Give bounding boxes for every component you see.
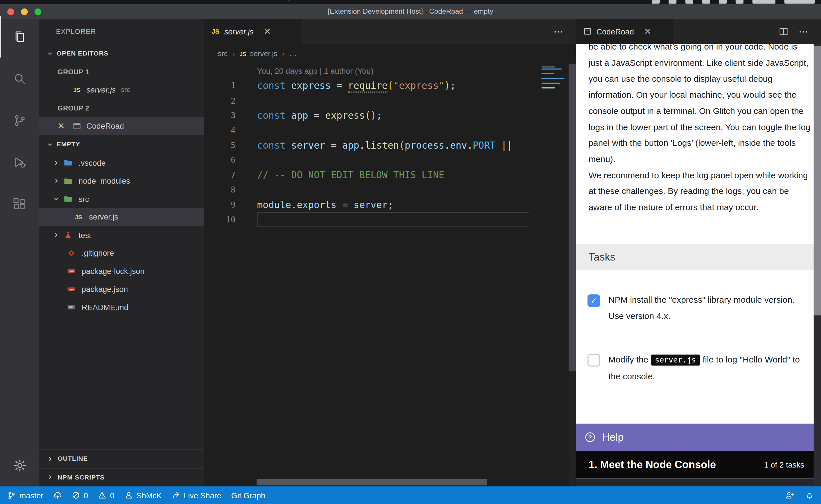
window-titlebar: [Extension Development Host] - CodeRoad … (0, 4, 821, 19)
status-sync[interactable] (53, 491, 62, 499)
status-label: ShMcK (136, 491, 162, 500)
section-outline[interactable]: OUTLINE (39, 449, 204, 468)
activity-source-control-icon[interactable] (0, 99, 39, 141)
tree-item-package-lock-json[interactable]: npmpackage-lock.json (39, 262, 204, 280)
workspace-section-header[interactable]: EMPTY (39, 135, 204, 154)
close-icon[interactable]: ✕ (644, 26, 652, 37)
editor-horizontal-scrollbar[interactable] (257, 479, 487, 485)
menu-edit[interactable]: Edit (60, 0, 84, 2)
status-live-share[interactable]: Live Share (171, 491, 221, 500)
code-line-1[interactable]: 1const express = require("express"); (204, 79, 567, 93)
tree-item--gitignore[interactable]: .gitignore (39, 244, 204, 262)
menu-view[interactable]: View (125, 0, 152, 2)
menu-terminal[interactable]: Terminal (197, 0, 235, 2)
panel-tabbar: CodeRoad ✕ ⋯ (576, 19, 821, 44)
token: exports (297, 199, 336, 210)
line-number: 9 (204, 197, 236, 212)
tree-item-server-js[interactable]: JSserver.js (39, 208, 204, 226)
open-editor-item-coderoad[interactable]: ✕CodeRoad (39, 117, 204, 135)
menu-file[interactable]: File (38, 0, 60, 2)
close-icon[interactable]: ✕ (264, 26, 271, 37)
open-editors-section-header[interactable]: OPEN EDITORS (39, 44, 204, 63)
status-0[interactable]: 0 (98, 491, 115, 500)
tree-item--vscode[interactable]: .vscode (39, 154, 204, 172)
breadcrumb-item[interactable]: src (218, 49, 228, 58)
code-line-2[interactable]: 2 (204, 93, 567, 108)
code-line-9[interactable]: 9module.exports = server; (204, 197, 567, 212)
activity-search-icon[interactable] (0, 58, 39, 99)
menu-help[interactable]: Help (272, 0, 298, 2)
code-editor[interactable]: You, 20 days ago | 1 author (You)1const … (204, 63, 576, 486)
token: PORT (473, 140, 495, 151)
tree-item-src[interactable]: src (39, 190, 204, 208)
code-line-7[interactable]: 7// -- DO NOT EDIT BELOW THIS LINE (204, 168, 567, 183)
tab-coderoad[interactable]: CodeRoad ✕ (576, 19, 673, 44)
webview-icon (583, 27, 591, 36)
status-0[interactable]: 0 (71, 491, 88, 500)
token: = (331, 80, 348, 91)
tab-server-js[interactable]: JS server.js ✕ (204, 19, 302, 44)
status-person-add[interactable] (785, 491, 794, 499)
activity-run-debug-icon[interactable] (0, 141, 39, 183)
task-text-part: server.js (651, 355, 701, 366)
menu-code[interactable]: Code (8, 0, 37, 2)
open-editor-item-server-js[interactable]: JSserver.jssrc (39, 81, 204, 99)
status-bell[interactable] (805, 491, 814, 499)
lesson-footer[interactable]: 1. Meet the Node Console 1 of 2 tasks (576, 451, 814, 478)
line-number (204, 64, 236, 79)
code-line-5[interactable]: 5const server = app.listen(process.env.P… (204, 138, 567, 153)
close-icon[interactable]: ✕ (58, 121, 69, 131)
breadcrumb-separator: › (282, 49, 285, 58)
breadcrumb-item[interactable]: JSserver.js (240, 49, 277, 58)
section-npm-scripts[interactable]: NPM SCRIPTS (39, 468, 204, 486)
more-actions-button[interactable]: ⋯ (798, 25, 808, 37)
help-bar[interactable]: ? Help (576, 424, 814, 451)
menu-run[interactable]: Run (172, 0, 197, 2)
close-window-button[interactable] (7, 8, 14, 15)
breadcrumb: src›JSserver.js›… (204, 44, 576, 63)
status-master[interactable]: master (7, 491, 43, 500)
code-line-10[interactable]: 10 (204, 212, 567, 227)
status-label: Live Share (183, 491, 221, 500)
task-progress: 1 of 2 tasks (764, 460, 814, 469)
token: ( (388, 80, 393, 91)
status-shmck[interactable]: ShMcK (124, 491, 162, 500)
tree-item-readme-md[interactable]: M↓README.md (39, 298, 204, 316)
zoom-window-button[interactable] (34, 8, 41, 15)
task-text: Modify the server.js file to log "Hello … (608, 351, 803, 384)
panel-scrollbar[interactable] (814, 44, 821, 486)
editor-group: JS server.js ✕ ⋯ src›JSserver.js›… You, … (204, 19, 576, 486)
minimap[interactable] (541, 65, 565, 92)
status-git-graph[interactable]: Git Graph (231, 491, 265, 500)
editor-vertical-scrollbar[interactable] (569, 63, 576, 486)
minimize-window-button[interactable] (21, 8, 28, 15)
code-text: const server = app.listen(process.env.PO… (236, 138, 512, 153)
task-checkbox[interactable]: ✓ (587, 294, 600, 307)
menu-window[interactable]: Window (235, 0, 272, 2)
menu-selection[interactable]: Selection (84, 0, 124, 2)
code-line-8[interactable]: 8 (204, 183, 567, 197)
token: app (342, 140, 359, 151)
tree-item-test[interactable]: test (39, 226, 204, 244)
activity-explorer-icon[interactable] (0, 16, 39, 58)
section-label: OUTLINE (58, 455, 88, 462)
token: const (257, 110, 291, 121)
tree-item-node-modules[interactable]: node_modules (39, 172, 204, 190)
code-line-3[interactable]: 3const app = express(); (204, 108, 567, 123)
line-number: 6 (204, 153, 236, 168)
lesson-text: be able to check what’s going on in your… (588, 44, 810, 215)
tree-item-package-json[interactable]: npmpackage.json (39, 280, 204, 298)
activity-extensions-icon[interactable] (0, 183, 39, 225)
more-actions-button[interactable]: ⋯ (553, 25, 563, 37)
breadcrumb-item[interactable]: … (289, 49, 297, 58)
status-label: Git Graph (231, 491, 265, 500)
split-editor-icon[interactable] (779, 27, 788, 36)
activity-settings-icon[interactable] (12, 458, 27, 473)
code-line-6[interactable]: 6 (204, 153, 567, 168)
menu-go[interactable]: Go (151, 0, 172, 2)
traffic-lights (7, 8, 41, 15)
token: const (257, 80, 291, 91)
code-line-4[interactable]: 4 (204, 123, 567, 138)
minimap-line (541, 78, 564, 79)
task-checkbox[interactable] (587, 354, 600, 366)
